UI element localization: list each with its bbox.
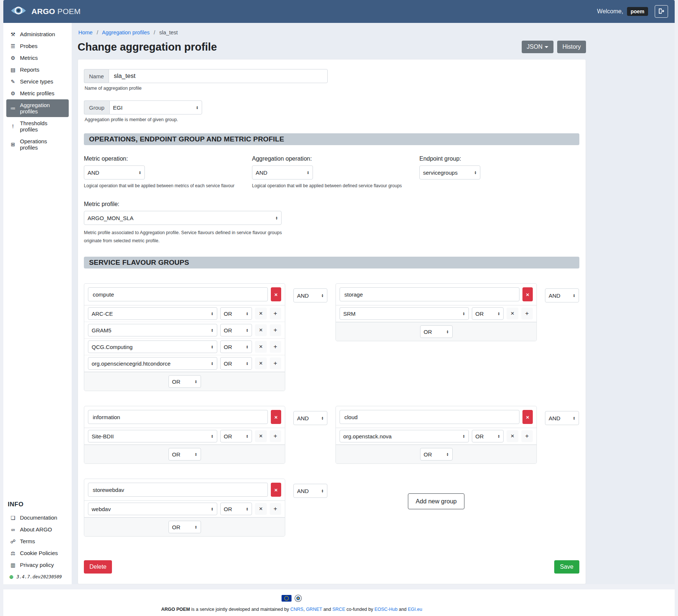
service-operation-select[interactable]: OR▲▼ (472, 430, 504, 442)
brand[interactable]: ARGO POEM (10, 5, 81, 18)
footer-link-egi.eu[interactable]: EGI.eu (408, 607, 422, 612)
select-arrows-icon: ▲▼ (246, 312, 248, 315)
group-select[interactable]: EGI ▲▼ (109, 100, 202, 114)
remove-group-button[interactable]: × (522, 287, 533, 301)
group-name-input[interactable] (88, 287, 268, 301)
info-item-documentation[interactable]: ❏Documentation (6, 512, 69, 523)
flavour-group-card: ×Site-BDII▲▼OR▲▼×+OR▲▼ (84, 406, 285, 464)
select-arrows-icon: ▲▼ (246, 507, 248, 511)
eu-flag-icon (282, 595, 292, 603)
info-item-cookie-policies[interactable]: ⚖Cookie Policies (6, 547, 69, 559)
group-operation-select[interactable]: OR▲▼ (168, 521, 201, 533)
json-dropdown-button[interactable]: JSON (522, 41, 554, 53)
group-join-operation-select[interactable]: AND▲▼ (545, 288, 579, 302)
service-select[interactable]: SRM▲▼ (340, 307, 469, 320)
service-row: SRM▲▼OR▲▼×+ (336, 305, 536, 322)
group-operation-select[interactable]: OR▲▼ (168, 375, 201, 388)
name-input[interactable] (109, 69, 328, 83)
logout-button[interactable] (655, 5, 668, 18)
group-operation-select[interactable]: OR▲▼ (168, 448, 201, 461)
sidebar-item-thresholds-profiles[interactable]: !Thresholds profiles (6, 117, 69, 135)
sidebar-item-operations-profiles[interactable]: ⊞Operations profiles (6, 136, 69, 153)
sidebar-item-metric-profiles[interactable]: ⚙Metric profiles (6, 88, 69, 99)
service-operation-select[interactable]: OR▲▼ (472, 307, 504, 320)
group-join-operation-select[interactable]: AND▲▼ (293, 484, 327, 498)
add-service-button[interactable]: + (270, 503, 281, 515)
info-item-privacy-policy[interactable]: ▥Privacy policy (6, 559, 69, 571)
group-operation-select[interactable]: OR▲▼ (420, 325, 453, 338)
footer-brand: ARGO POEM (161, 607, 190, 612)
group-join-operation-select[interactable]: AND▲▼ (293, 288, 327, 302)
service-select[interactable]: webdav▲▼ (88, 503, 217, 515)
remove-service-button[interactable]: × (255, 357, 266, 369)
service-select[interactable]: GRAM5▲▼ (88, 324, 217, 336)
add-service-button[interactable]: + (270, 357, 281, 369)
sidebar-item-service-types[interactable]: ✎Service types (6, 76, 69, 87)
save-button[interactable]: Save (554, 560, 579, 574)
remove-service-button[interactable]: × (255, 324, 266, 336)
info-item-label: Privacy policy (20, 562, 54, 568)
group-join-operation-select[interactable]: AND▲▼ (293, 411, 327, 425)
endpoint-group-value: servicegroups (423, 170, 457, 176)
add-service-button[interactable]: + (270, 308, 281, 319)
service-select[interactable]: Site-BDII▲▼ (88, 430, 217, 442)
breadcrumb-home-link[interactable]: Home (78, 30, 93, 35)
aggregation-operation-select[interactable]: AND ▲▼ (252, 165, 313, 179)
sidebar-item-administration[interactable]: ⚒Administration (6, 28, 69, 40)
service-operation-select[interactable]: OR▲▼ (220, 340, 252, 353)
remove-group-button[interactable]: × (271, 483, 281, 497)
service-select[interactable]: org.opensciencegrid.htcondorce▲▼ (88, 357, 217, 370)
info-item-label: Cookie Policies (20, 550, 58, 556)
service-operation-select[interactable]: OR▲▼ (220, 430, 252, 442)
remove-service-button[interactable]: × (255, 341, 266, 353)
group-join-operation-select-value: AND (297, 292, 309, 299)
remove-service-button[interactable]: × (507, 308, 518, 319)
footer-link-eosc-hub[interactable]: EOSC-Hub (374, 607, 398, 612)
sidebar-item-aggregation-profiles[interactable]: ≔Aggregation profiles (6, 99, 69, 117)
service-select[interactable]: ARC-CE▲▼ (88, 307, 217, 320)
add-service-button[interactable]: + (521, 308, 533, 319)
info-item-about-argo[interactable]: ∞About ARGO (6, 524, 69, 535)
add-service-button[interactable]: + (270, 430, 281, 442)
footer-link-cnrs[interactable]: CNRS (290, 607, 303, 612)
service-select[interactable]: QCG.Computing▲▼ (88, 340, 217, 353)
select-arrow-down: ▼ (246, 330, 248, 332)
remove-service-button[interactable]: × (255, 308, 266, 319)
remove-service-button[interactable]: × (255, 430, 266, 442)
sidebar-item-probes[interactable]: ☰Probes (6, 40, 69, 52)
service-operation-select[interactable]: OR▲▼ (220, 357, 252, 370)
app-container: ARGO POEM Welcome, poem ⚒Administration☰… (3, 0, 675, 616)
add-service-button[interactable]: + (270, 324, 281, 336)
group-operation-select-value: OR (172, 451, 181, 458)
service-select[interactable]: org.openstack.nova▲▼ (340, 430, 469, 442)
remove-service-button[interactable]: × (255, 503, 266, 515)
add-service-button[interactable]: + (521, 430, 533, 442)
group-name-input[interactable] (340, 287, 519, 301)
breadcrumb-section-link[interactable]: Aggregation profiles (102, 30, 150, 35)
add-service-button[interactable]: + (270, 341, 281, 353)
metric-profile-select[interactable]: ARGO_MON_SLA ▲▼ (84, 211, 282, 225)
group-name-input[interactable] (88, 410, 268, 424)
group-name-input[interactable] (340, 410, 519, 424)
remove-group-button[interactable]: × (522, 410, 533, 424)
service-operation-select[interactable]: OR▲▼ (220, 503, 252, 515)
footer-link-grnet[interactable]: GRNET (306, 607, 322, 612)
remove-service-button[interactable]: × (507, 430, 518, 442)
service-operation-select[interactable]: OR▲▼ (220, 324, 252, 336)
argo-round-logo-icon (294, 595, 302, 603)
history-button[interactable]: History (557, 41, 586, 53)
add-new-group-button[interactable]: Add new group (408, 493, 464, 509)
endpoint-group-select[interactable]: servicegroups ▲▼ (419, 165, 480, 179)
group-join-operation-select[interactable]: AND▲▼ (545, 411, 579, 425)
group-operation-select[interactable]: OR▲▼ (420, 448, 453, 461)
sidebar-item-reports[interactable]: ▤Reports (6, 64, 69, 75)
remove-group-button[interactable]: × (271, 287, 281, 301)
remove-group-button[interactable]: × (271, 410, 281, 424)
info-item-terms[interactable]: ☍Terms (6, 535, 69, 547)
footer-link-srce[interactable]: SRCE (332, 607, 345, 612)
delete-button[interactable]: Delete (84, 560, 112, 574)
service-operation-select[interactable]: OR▲▼ (220, 307, 252, 320)
metric-operation-select[interactable]: AND ▲▼ (84, 165, 145, 179)
group-name-input[interactable] (88, 483, 268, 497)
sidebar-item-metrics[interactable]: ⚙Metrics (6, 52, 69, 64)
